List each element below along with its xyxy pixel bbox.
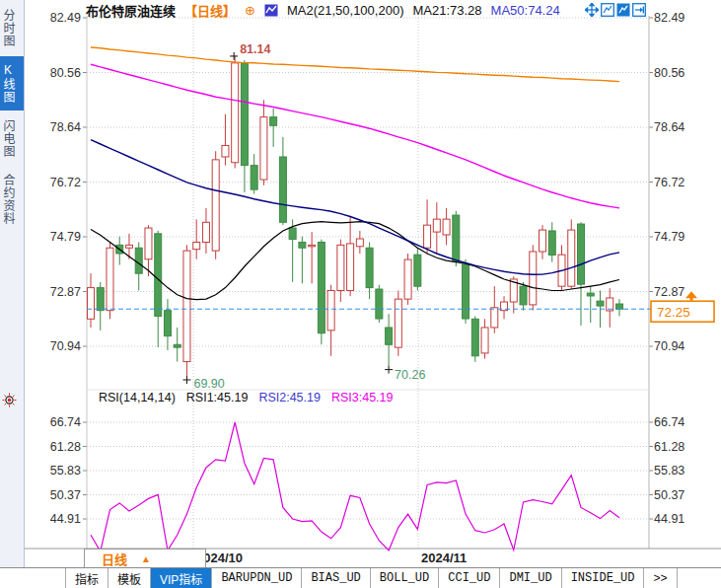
ma50-value-label: MA50:74.24 xyxy=(491,3,560,18)
svg-text:50.37: 50.37 xyxy=(654,488,685,502)
svg-text:72.87: 72.87 xyxy=(50,285,81,299)
sidebar-item-lightning-chart[interactable]: 闪电图 xyxy=(0,112,24,165)
svg-text:74.79: 74.79 xyxy=(654,230,685,244)
svg-text:50.37: 50.37 xyxy=(50,488,81,502)
svg-text:55.83: 55.83 xyxy=(50,464,81,478)
rsi2-value-label: RSI2:45.19 xyxy=(258,391,321,404)
rsi-axis-grid: 66.7466.7461.2861.2855.8355.8350.3750.37… xyxy=(50,415,685,526)
svg-text:2024/11: 2024/11 xyxy=(421,551,467,565)
tab-more[interactable]: >> xyxy=(644,568,677,588)
svg-text:70.94: 70.94 xyxy=(50,339,81,353)
alarm-icon[interactable] xyxy=(2,393,17,407)
rsi-header: RSI(14,14,14) RSI1:45.19 RSI2:45.19 RSI3… xyxy=(99,391,393,404)
svg-text:82.49: 82.49 xyxy=(654,11,685,25)
svg-text:44.91: 44.91 xyxy=(654,512,685,526)
svg-text:76.72: 76.72 xyxy=(50,176,81,189)
candlestick-series xyxy=(88,56,623,376)
next-window-icon[interactable] xyxy=(632,3,646,17)
chevron-up-icon: ▲ xyxy=(141,553,151,564)
chart-window-active-icon[interactable] xyxy=(616,3,630,17)
svg-text:78.64: 78.64 xyxy=(50,120,81,134)
ma-line-ma100 xyxy=(91,64,619,208)
symbol-name: 布伦特原油连续 xyxy=(86,1,176,20)
svg-text:70.26: 70.26 xyxy=(395,368,425,382)
rsi1-value-label: RSI1:45.19 xyxy=(186,391,249,404)
chart-header: 布伦特原油连续 【日线】 ⊕ MA2(21,50,100,200) MA21:7… xyxy=(86,2,560,19)
tab-bias-ud[interactable]: BIAS_UD xyxy=(302,568,370,588)
svg-text:74.79: 74.79 xyxy=(50,230,81,244)
svg-text:70.94: 70.94 xyxy=(654,339,685,353)
svg-text:61.28: 61.28 xyxy=(654,440,685,454)
tab-cci-ud[interactable]: CCI_UD xyxy=(439,568,500,588)
rsi-settings-label: RSI(14,14,14) xyxy=(99,391,176,404)
chart-toolbar xyxy=(585,3,646,17)
chart-canvas[interactable]: 82.4982.4980.5680.5678.6478.6476.7276.72… xyxy=(0,0,721,567)
svg-text:44.91: 44.91 xyxy=(50,512,81,526)
svg-text:66.74: 66.74 xyxy=(50,415,81,429)
svg-text:66.74: 66.74 xyxy=(654,415,685,429)
ma-line-ma50 xyxy=(91,140,619,275)
chart-window-icon[interactable] xyxy=(601,3,614,17)
svg-text:76.72: 76.72 xyxy=(654,176,685,189)
ma-lines xyxy=(91,47,619,300)
ma-line-ma200 xyxy=(91,47,619,82)
rsi3-value-label: RSI3:45.19 xyxy=(331,391,394,404)
tab-boll-ud[interactable]: BOLL_UD xyxy=(371,568,439,588)
price-axis-grid: 82.4982.4980.5680.5678.6478.6476.7276.72… xyxy=(50,11,685,353)
sidebar-item-contract-info[interactable]: 合约资料 xyxy=(0,167,24,232)
tab-inside-ud[interactable]: INSIDE_UD xyxy=(562,568,645,588)
period-label: 日线 xyxy=(102,550,127,568)
period-dropdown-button[interactable]: 日线 ▲ xyxy=(84,549,206,568)
svg-text:82.49: 82.49 xyxy=(50,11,81,25)
svg-text:69.90: 69.90 xyxy=(193,377,224,391)
tab-indicator[interactable]: 指标 xyxy=(66,568,108,588)
chart-type-sidebar: 分时图 K线图 闪电图 合约资料 xyxy=(0,0,25,567)
svg-text:80.56: 80.56 xyxy=(654,66,685,80)
svg-text:80.56: 80.56 xyxy=(50,66,81,80)
svg-text:78.64: 78.64 xyxy=(654,120,685,134)
move-icon[interactable] xyxy=(585,3,599,17)
svg-text:61.28: 61.28 xyxy=(50,440,81,454)
rsi-line xyxy=(91,422,619,551)
tabbar-spacer xyxy=(0,568,66,588)
period-tag: 【日线】 xyxy=(184,1,236,20)
ma21-value-label: MA21:73.28 xyxy=(412,3,481,18)
sidebar-item-time-chart[interactable]: 分时图 xyxy=(0,2,24,54)
chart-mini-icon xyxy=(264,4,278,17)
tab-dmi-ud[interactable]: DMI_UD xyxy=(500,568,561,588)
tab-vip-indicator[interactable]: VIP指标 xyxy=(151,568,212,588)
svg-text:72.25: 72.25 xyxy=(657,305,690,320)
tab-barupdn-ud[interactable]: BARUPDN_UD xyxy=(212,568,302,588)
svg-text:72.87: 72.87 xyxy=(654,285,685,299)
sidebar-item-kline-chart[interactable]: K线图 xyxy=(0,56,24,110)
svg-text:81.14: 81.14 xyxy=(240,42,270,56)
svg-text:55.83: 55.83 xyxy=(654,464,685,478)
add-circle-icon[interactable]: ⊕ xyxy=(245,3,255,18)
ma-settings-label: MA2(21,50,100,200) xyxy=(287,3,404,18)
indicator-tabbar: 指标 模板 VIP指标 BARUPDN_UD BIAS_UD BOLL_UD C… xyxy=(0,567,721,588)
tab-template[interactable]: 模板 xyxy=(108,568,151,588)
